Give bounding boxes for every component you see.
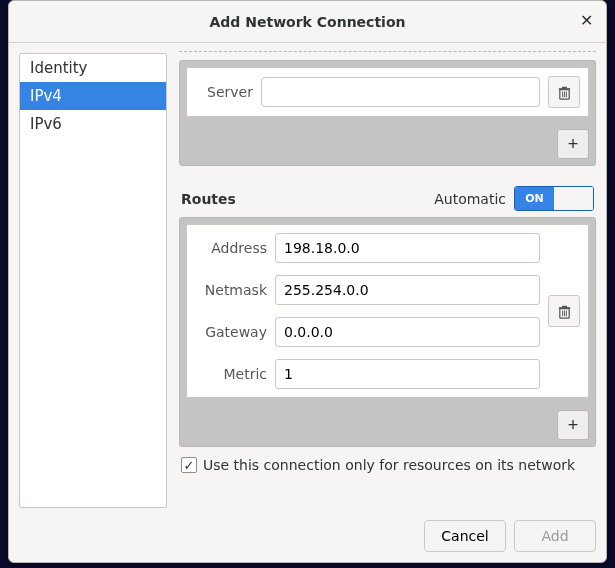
only-resources-row: Use this connection only for resources o… [181, 457, 594, 473]
routes-automatic-toggle-group: Automatic ON [434, 186, 594, 211]
sidebar-item-identity[interactable]: Identity [20, 54, 166, 82]
routes-panel-footer: + [180, 404, 595, 446]
address-input[interactable] [275, 233, 540, 263]
only-resources-label: Use this connection only for resources o… [203, 457, 575, 473]
sidebar-item-label: IPv4 [30, 87, 62, 105]
routes-heading: Routes [181, 191, 236, 207]
netmask-label: Netmask [195, 282, 267, 298]
dialog-title: Add Network Connection [210, 14, 406, 30]
metric-input[interactable] [275, 359, 540, 389]
trash-icon [557, 85, 572, 100]
sidebar-item-ipv4[interactable]: IPv4 [20, 82, 166, 110]
titlebar: Add Network Connection ✕ [9, 1, 606, 43]
dashed-divider [179, 51, 596, 52]
only-resources-checkbox[interactable] [181, 457, 197, 473]
automatic-switch[interactable]: ON [514, 186, 594, 211]
plus-icon: + [568, 416, 579, 434]
gateway-input[interactable] [275, 317, 540, 347]
main-row: Identity IPv4 IPv6 Server [19, 53, 596, 508]
route-row: Address Netmask Gateway Metric [186, 224, 589, 398]
switch-on-label: ON [515, 187, 554, 210]
server-panel-footer: + [180, 123, 595, 165]
gateway-label: Gateway [195, 324, 267, 340]
dialog-body: Identity IPv4 IPv6 Server [9, 43, 606, 562]
dns-servers-panel: Server + [179, 60, 596, 166]
metric-label: Metric [195, 366, 267, 382]
server-label: Server [195, 84, 253, 100]
add-button[interactable]: Add [514, 520, 596, 552]
route-layout: Address Netmask Gateway Metric [195, 233, 580, 389]
routes-panel: Address Netmask Gateway Metric [179, 217, 596, 447]
netmask-input[interactable] [275, 275, 540, 305]
sidebar-item-ipv6[interactable]: IPv6 [20, 110, 166, 138]
trash-icon [557, 304, 572, 319]
sidebar: Identity IPv4 IPv6 [19, 53, 167, 508]
automatic-label: Automatic [434, 191, 506, 207]
close-button[interactable]: ✕ [576, 11, 596, 31]
cancel-button[interactable]: Cancel [424, 520, 506, 552]
route-fields: Address Netmask Gateway Metric [195, 233, 540, 389]
routes-grid: Address Netmask Gateway Metric [195, 233, 540, 389]
switch-knob [554, 187, 593, 210]
content-area: Server + [179, 53, 596, 508]
routes-header: Routes Automatic ON [181, 186, 594, 211]
add-server-button[interactable]: + [557, 129, 589, 159]
server-input[interactable] [261, 77, 540, 107]
sidebar-item-label: Identity [30, 59, 88, 77]
delete-route-button[interactable] [548, 295, 580, 327]
sidebar-item-label: IPv6 [30, 115, 62, 133]
server-row: Server [186, 67, 589, 117]
action-row: Cancel Add [19, 508, 596, 552]
delete-server-button[interactable] [548, 76, 580, 108]
add-route-button[interactable]: + [557, 410, 589, 440]
add-network-connection-dialog: Add Network Connection ✕ Identity IPv4 I… [8, 0, 607, 563]
address-label: Address [195, 240, 267, 256]
close-icon: ✕ [580, 13, 593, 29]
plus-icon: + [568, 135, 579, 153]
